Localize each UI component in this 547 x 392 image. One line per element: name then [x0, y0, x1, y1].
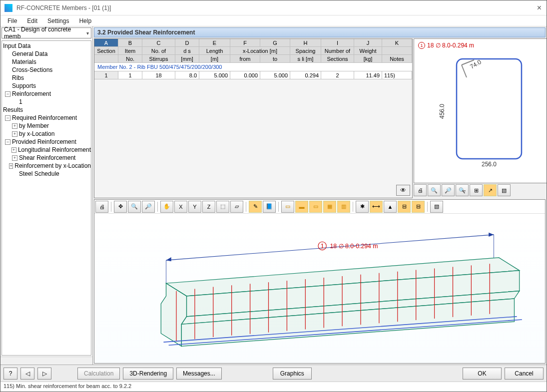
next-button[interactable]: ▷	[37, 368, 51, 380]
dim-toggle-icon[interactable]: ⟷	[370, 201, 383, 213]
support-icon[interactable]: ▲	[384, 201, 397, 213]
col-F[interactable]: F	[230, 39, 260, 47]
table-row[interactable]: 1 1 18 8.0 5.000 0.000 5.000 0.294 2 11.…	[94, 71, 412, 79]
axes-icon[interactable]: ✱	[356, 201, 369, 213]
messages-button[interactable]: Messages...	[176, 368, 222, 380]
case-selector[interactable]: CA1 - Design of concrete memb ▾	[1, 27, 91, 38]
cross-section-view[interactable]: 1 18 ∅ 8.0-0.294 m 74.0 456.0 256.0	[414, 38, 547, 183]
graphics-button[interactable]: Graphics	[273, 368, 312, 380]
render-view[interactable]: 1 18 ∅ 8.0-0.294 m	[94, 214, 545, 363]
menu-file[interactable]: File	[2, 16, 22, 25]
tree-provided-reinf[interactable]: −Provided Reinforcement	[2, 138, 91, 146]
prev-icon: ◁	[25, 370, 30, 377]
col-B[interactable]: B	[118, 39, 142, 47]
tree-by-member[interactable]: +by Member	[2, 122, 91, 130]
plus-icon[interactable]: +	[12, 155, 17, 161]
menu-edit[interactable]: Edit	[22, 16, 42, 25]
tag-icon[interactable]: ⊟	[412, 201, 425, 213]
ok-button[interactable]: OK	[463, 368, 502, 380]
rendering-button[interactable]: 3D-Rendering	[123, 368, 173, 380]
help-button[interactable]: ?	[3, 368, 17, 380]
plus-icon[interactable]: +	[9, 163, 13, 169]
sidebar-scrollbar[interactable]	[0, 357, 92, 365]
minus-icon[interactable]: −	[5, 139, 10, 145]
minus-icon[interactable]: −	[5, 91, 10, 97]
zoom-out-icon[interactable]: 🔍̶	[456, 184, 469, 196]
cross-section-panel: 1 18 ∅ 8.0-0.294 m 74.0 456.0 256.0 🖨 🔍	[414, 38, 547, 198]
prev-button[interactable]: ◁	[20, 368, 34, 380]
surface-icon[interactable]: ▧	[430, 201, 443, 213]
table-body: Member No. 2 - Rib FBU 500/475/475/200/2…	[94, 63, 412, 198]
tree-materials[interactable]: Materials	[2, 58, 91, 66]
close-icon[interactable]: ×	[537, 3, 542, 12]
tree-steel-schedule[interactable]: Steel Schedule	[2, 170, 91, 178]
view3d-icon[interactable]: ▧	[498, 184, 511, 196]
tree-reinforcement[interactable]: −Reinforcement	[2, 90, 91, 98]
col-C[interactable]: C	[142, 39, 175, 47]
perspective-icon[interactable]: ▱	[230, 201, 243, 213]
render-svg: 1 18 ∅ 8.0-0.294 m	[94, 214, 545, 363]
menu-settings[interactable]: Settings	[42, 16, 74, 25]
col-K[interactable]: K	[382, 39, 412, 47]
tree-required-reinf[interactable]: −Required Reinforcement	[2, 114, 91, 122]
find-icon[interactable]: 🔍	[428, 184, 441, 196]
tree-by-xlocation[interactable]: +by x-Location	[2, 130, 91, 138]
dimensions-icon[interactable]: ⊞	[470, 184, 483, 196]
col-J[interactable]: J	[354, 39, 382, 47]
nav-tree[interactable]: Input Data General Data Materials Cross-…	[1, 40, 91, 356]
selection-icon[interactable]: ✥	[114, 201, 127, 213]
book-icon[interactable]: 📘	[263, 201, 276, 213]
pan-icon[interactable]: ✋	[160, 201, 173, 213]
tree-shear-reinf[interactable]: +Shear Reinforcement	[2, 154, 91, 162]
chevron-down-icon: ▾	[86, 30, 89, 36]
plus-icon[interactable]: +	[12, 123, 17, 129]
svg-marker-8	[489, 233, 494, 237]
zoom-icon[interactable]: 🔍	[128, 201, 141, 213]
fill-icon[interactable]: ▥	[337, 201, 350, 213]
label-icon[interactable]: ⊟	[398, 201, 411, 213]
tree-reinf-1[interactable]: 1	[2, 98, 91, 106]
print-icon[interactable]: 🖨	[414, 184, 427, 196]
svg-text:74.0: 74.0	[469, 58, 483, 70]
minus-icon[interactable]: −	[5, 115, 10, 121]
tree-supports[interactable]: Supports	[2, 82, 91, 90]
col-E[interactable]: E	[199, 39, 230, 47]
edit-icon[interactable]: ✎	[249, 201, 262, 213]
wire-icon[interactable]: ▭	[281, 201, 294, 213]
member-group-row[interactable]: Member No. 2 - Rib FBU 500/475/475/200/2…	[94, 63, 412, 71]
tree-general-data[interactable]: General Data	[2, 50, 91, 58]
plus-icon[interactable]: +	[11, 147, 16, 153]
view-y-icon[interactable]: Y	[188, 201, 201, 213]
tree-reinf-by-xloc[interactable]: +Reinforcement by x-Location	[2, 162, 91, 170]
hatch-icon[interactable]: ▦	[323, 201, 336, 213]
col-D[interactable]: D	[175, 39, 199, 47]
show-values-icon[interactable]: ↗	[484, 184, 497, 196]
render-panel: 🖨 ✥ 🔍 🔎 ✋ X Y Z ⬚ ▱ ✎ 📘 ▭ ▬ ▭ ▦	[94, 199, 546, 364]
col-G[interactable]: G	[260, 39, 290, 47]
plus-icon[interactable]: +	[12, 131, 17, 137]
section-icon[interactable]: ▭	[309, 201, 322, 213]
col-H[interactable]: H	[290, 39, 321, 47]
tree-results[interactable]: Results	[2, 106, 91, 114]
iso-icon[interactable]: ⬚	[216, 201, 229, 213]
view-z-icon[interactable]: Z	[202, 201, 215, 213]
col-I[interactable]: I	[321, 39, 354, 47]
view-toggle-button[interactable]: 👁	[396, 185, 410, 196]
tree-input-data[interactable]: Input Data	[2, 42, 91, 50]
menu-help[interactable]: Help	[74, 16, 96, 25]
tree-cross-sections[interactable]: Cross-Sections	[2, 66, 91, 74]
col-A[interactable]: A	[94, 39, 118, 47]
view-x-icon[interactable]: X	[174, 201, 187, 213]
solid-icon[interactable]: ▬	[295, 201, 308, 213]
zoom-window-icon[interactable]: 🔎	[142, 201, 155, 213]
zoom-icon[interactable]: 🔎	[442, 184, 455, 196]
eye-icon: 👁	[400, 187, 406, 194]
cancel-button[interactable]: Cancel	[505, 368, 544, 380]
tree-long-reinf[interactable]: +Longitudinal Reinforcement	[2, 146, 91, 154]
print-icon[interactable]: 🖨	[95, 201, 108, 213]
calculation-button[interactable]: Calculation	[77, 368, 120, 380]
svg-rect-0	[457, 59, 522, 159]
tree-ribs[interactable]: Ribs	[2, 74, 91, 82]
xsec-toolbar: 🖨 🔍 🔎 🔍̶ ⊞ ↗ ▧	[414, 184, 547, 198]
svg-marker-7	[166, 257, 171, 261]
